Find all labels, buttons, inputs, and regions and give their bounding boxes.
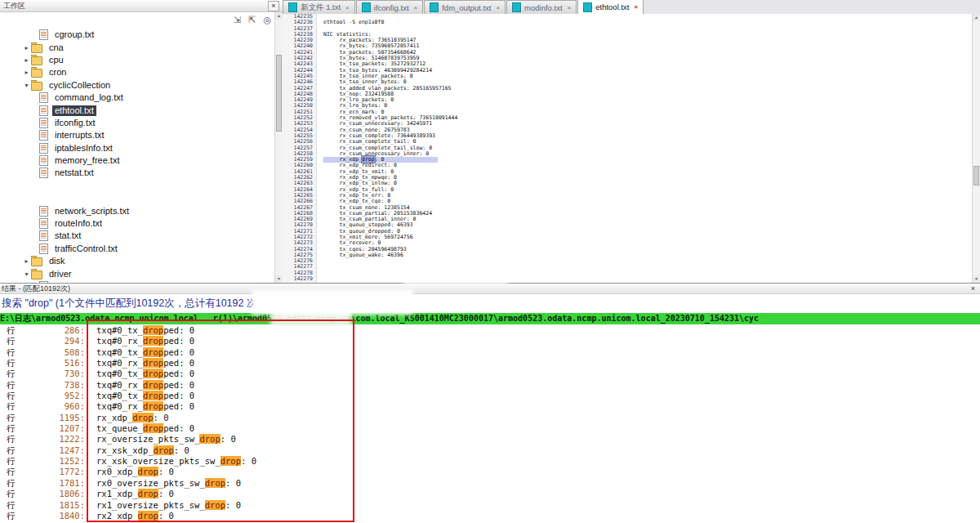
folder-icon (31, 82, 42, 91)
scroll-up-icon[interactable]: ▲ (275, 12, 283, 20)
scrollbar-thumb[interactable] (973, 166, 979, 186)
tree-file-network_scripts.txt[interactable]: network_scripts.txt (0, 204, 275, 217)
folder-icon (31, 69, 42, 78)
code-line: rx_xdp_tx_err: 0 (323, 193, 973, 199)
scroll-down-icon[interactable]: ▼ (275, 275, 283, 283)
tree-item-label: ifconfig.txt (52, 118, 98, 128)
tree-item-label: interrupts.txt (52, 130, 107, 141)
locate-file-icon[interactable]: ◎ (263, 15, 271, 25)
tab-close-icon[interactable]: × (345, 4, 350, 11)
chevron-right-icon[interactable]: ▸ (22, 56, 31, 64)
file-icon (39, 218, 48, 229)
tree-item-label: netstat.txt (52, 168, 96, 178)
tree-file-netstat.txt[interactable]: netstat.txt (0, 167, 275, 179)
code-line: tx_tso_bytes: 463099429284214 (323, 68, 973, 74)
tree-item-label: ethtool.txt (52, 105, 96, 116)
tree-spacer (0, 192, 275, 204)
code-area[interactable]: ethtool -S enp1s0f0NIC statistics: rx_pa… (317, 14, 973, 283)
tab-close-icon[interactable]: × (496, 4, 500, 11)
search-summary: 搜索 "drop" (1个文件中匹配到10192次，总计有10192 次) (0, 294, 980, 313)
tree-folder-cyclicCollection[interactable]: ▾cyclicCollection (0, 79, 275, 92)
code-line: tx_csum_partial: 205153836424 (323, 211, 973, 217)
scroll-up-icon[interactable]: ▲ (973, 14, 980, 21)
tab-fdm_output.txt[interactable]: fdm_output.txt× (424, 0, 506, 14)
expand-all-icon[interactable]: ⇲ (234, 15, 241, 25)
chevron-down-icon[interactable]: ▾ (22, 82, 31, 89)
tree-folder-driver[interactable]: ▾driver (0, 267, 275, 279)
tab-新文件 1.txt[interactable]: 新文件 1.txt× (283, 0, 355, 14)
tree-item-label: cyclicCollection (47, 80, 113, 91)
collapse-all-icon[interactable]: ⇱ (248, 15, 256, 25)
scrollbar-thumb[interactable] (276, 55, 282, 132)
result-row-prefix: 行 (7, 336, 20, 346)
code-line: tx_xmit_more: 569724756 (323, 235, 973, 240)
tree-file-command_log.txt[interactable]: command_log.txt (0, 92, 275, 104)
code-line: rx_xdp_tx_full: 0 (323, 187, 973, 193)
chevron-right-icon[interactable]: ▸ (22, 257, 31, 265)
result-line-number: 294: (20, 336, 85, 346)
code-line (323, 14, 973, 20)
tree-folder-disk[interactable]: ▸disk (0, 255, 275, 267)
tab-close-icon[interactable]: × (568, 4, 572, 11)
code-line: rx_xdp_tx_cqe: 0 (323, 199, 973, 204)
code-line: tx_recover: 0 (323, 240, 973, 246)
application-window: 工作区 × cgroup.txt▸cna▸cpu▸cron▾cyclicColl… (0, 0, 980, 523)
tab-ifconfig.txt[interactable]: ifconfig.txt× (356, 0, 423, 14)
workspace-titlebar: 工作区 × (0, 0, 283, 12)
chevron-down-icon[interactable]: ▾ (22, 270, 31, 278)
tree-item-label: cgroup.txt (52, 29, 96, 40)
tree-folder-cpu[interactable]: ▸cpu (0, 54, 275, 66)
tree-folder-cron[interactable]: ▸cron (0, 66, 275, 78)
result-line-number: 1815: (20, 500, 85, 511)
file-icon (39, 206, 48, 217)
code-line: rx_xdp_tx_mpwqe: 0 (323, 175, 973, 181)
tab-label: ifconfig.txt (374, 3, 409, 12)
scroll-down-icon[interactable]: ▼ (973, 275, 980, 283)
result-row-prefix: 行 (7, 478, 20, 489)
code-line: tx_queue_stopped: 46393 (323, 222, 973, 228)
tree-file-routeInfo.txt[interactable]: routeInfo.txt (0, 217, 275, 230)
result-line-number: 1772: (20, 467, 85, 477)
tree-folder-cna[interactable]: ▸cna (0, 41, 275, 53)
tree-file-interrupts.txt[interactable]: interrupts.txt (0, 129, 275, 141)
editor-body[interactable]: 1422351422361422371422381422391422401422… (283, 14, 973, 283)
results-header: 结果 - (匹配10192次) × (0, 284, 980, 294)
result-line-number: 738: (20, 380, 85, 391)
editor-scrollbar[interactable]: ▲ ▼ (972, 14, 980, 283)
code-line: rx_xdp_drop: 0 (323, 157, 973, 163)
result-line-number: 516: (20, 358, 85, 369)
tab-close-icon[interactable]: × (414, 4, 418, 11)
chevron-right-icon[interactable]: ▸ (22, 44, 31, 51)
tree-spacer (0, 180, 275, 192)
tree-file-cgroup.txt[interactable]: cgroup.txt (0, 29, 275, 41)
tree-file-memory_free.txt[interactable]: memory_free.txt (0, 154, 275, 167)
chevron-right-icon[interactable]: ▸ (22, 69, 31, 76)
folder-icon (31, 257, 42, 266)
code-line: tx_added_vlan_packets: 205165957165 (323, 86, 973, 92)
tree-file-trafficControl.txt[interactable]: trafficControl.txt (0, 243, 275, 255)
workspace-close-icon[interactable]: × (268, 1, 279, 11)
file-icon (39, 130, 48, 141)
tree-item-label: command_log.txt (52, 92, 126, 103)
result-row-prefix: 行 (7, 369, 20, 379)
code-line: rx_lro_bytes: 0 (323, 103, 973, 109)
result-row-prefix: 行 (7, 380, 20, 391)
tab-ethtool.txt[interactable]: ethtool.txt× (577, 0, 644, 14)
tab-close-icon[interactable]: × (634, 3, 638, 11)
tree-file-stat.txt[interactable]: stat.txt (0, 230, 275, 242)
folder-icon (31, 44, 42, 53)
file-icon (39, 29, 48, 40)
tree-file-iptablesInfo.txt[interactable]: iptablesInfo.txt (0, 142, 275, 154)
result-line-number: 1247: (20, 445, 85, 456)
tree-file-ifconfig.txt[interactable]: ifconfig.txt (0, 117, 275, 129)
tree-file-ethtool.txt[interactable]: ethtool.txt (0, 104, 275, 116)
result-line-number: 1806: (20, 489, 85, 499)
file-icon (39, 155, 48, 166)
code-line: rx_packets: 736510395147 (323, 38, 973, 43)
workspace-scrollbar[interactable]: ▲ ▼ (274, 12, 283, 283)
tab-modinfo.txt[interactable]: modinfo.txt× (506, 0, 577, 14)
results-close-icon[interactable]: × (969, 284, 978, 293)
result-line-number: 508: (20, 347, 85, 358)
tree-item-label: routeInfo.txt (52, 218, 105, 229)
redaction-blur (256, 293, 409, 311)
